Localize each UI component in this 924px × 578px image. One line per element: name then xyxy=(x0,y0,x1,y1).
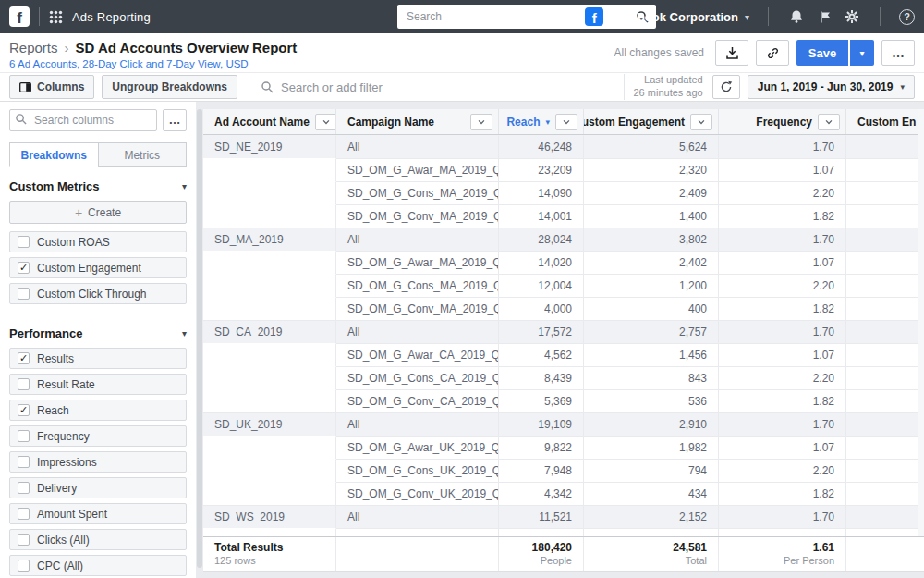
search-columns-input[interactable] xyxy=(9,109,157,131)
columns-button[interactable]: Columns xyxy=(9,75,94,99)
metric-item[interactable]: Result Rate xyxy=(9,374,187,395)
column-header-6[interactable]: Custom En xyxy=(846,109,924,134)
footer-extra-cell xyxy=(846,537,924,571)
cell-ad-account xyxy=(203,158,336,181)
checkbox[interactable] xyxy=(18,430,30,442)
metric-item-label: Impressions xyxy=(37,456,97,469)
ungroup-breakdowns-button[interactable]: Ungroup Breakdowns xyxy=(102,75,237,99)
metric-item[interactable]: ✓Reach xyxy=(9,400,187,421)
checkbox[interactable] xyxy=(18,236,30,248)
save-button[interactable]: Save xyxy=(796,40,848,66)
column-menu-button[interactable] xyxy=(470,114,492,130)
export-button[interactable] xyxy=(715,40,748,66)
cell-campaign: All xyxy=(336,320,499,343)
columns-icon xyxy=(19,82,31,92)
cell-campaign: All xyxy=(336,228,499,251)
cell-reach: 12,004 xyxy=(499,274,584,297)
column-header-4[interactable]: Custom Engagement xyxy=(584,109,719,134)
cell-campaign: SD_OM_G_Conv_MA_2019_Q2 xyxy=(336,297,499,320)
cell-extra xyxy=(846,436,924,459)
column-menu-button[interactable] xyxy=(555,114,578,130)
facebook-logo-icon[interactable]: f xyxy=(9,6,30,27)
metric-item[interactable]: Clicks (All) xyxy=(9,529,187,550)
gear-icon[interactable] xyxy=(843,7,861,26)
cell-extra xyxy=(846,228,924,251)
refresh-button[interactable] xyxy=(712,75,740,99)
sidebar-more-button[interactable]: … xyxy=(163,109,187,131)
last-updated: Last updated 26 minutes ago xyxy=(624,74,712,100)
table-row: SD_OM_G_Conv_CA_2019_Q25,3695361.82 xyxy=(203,389,924,412)
help-icon[interactable]: ? xyxy=(899,9,915,25)
cell-campaign: SD_OM_G_Cons_UK_2019_Q2 xyxy=(336,459,499,482)
table-footer-row: Total Results 125 rows 180,420 People 24… xyxy=(203,536,924,572)
cell-campaign: SD_OM_G_Conv_CA_2019_Q2 xyxy=(336,389,499,412)
checkbox[interactable] xyxy=(18,378,30,390)
checkbox[interactable]: ✓ xyxy=(18,352,30,364)
metric-item[interactable]: Delivery xyxy=(9,477,187,498)
metric-item[interactable]: Amount Spent xyxy=(9,503,187,524)
create-metric-button[interactable]: +Create xyxy=(9,201,187,224)
cell-extra xyxy=(846,297,924,320)
checkbox[interactable] xyxy=(18,508,30,520)
share-link-button[interactable] xyxy=(756,40,789,66)
cell-extra xyxy=(846,505,924,528)
section-header[interactable]: Performance▾ xyxy=(9,326,187,340)
cell-reach: 4,000 xyxy=(499,297,584,320)
table-row: SD_OM_G_Conv_UK_2019_Q24,3424341.82 xyxy=(203,482,924,505)
filter-input[interactable] xyxy=(281,80,623,94)
cell-frequency: 1.70 xyxy=(719,135,846,158)
account-menu[interactable]: f Facebook Corporation ▾ xyxy=(585,7,749,26)
metric-item[interactable]: Custom Click Through xyxy=(9,283,187,304)
checkbox[interactable] xyxy=(18,560,30,572)
cell-extra xyxy=(846,343,924,366)
header-actions: All changes saved Save ▾ … xyxy=(614,40,915,66)
metric-item[interactable]: Frequency xyxy=(9,425,187,447)
cell-engagement: 2,320 xyxy=(584,158,719,181)
cell-engagement: 2,409 xyxy=(584,181,719,204)
metric-item-label: Custom Click Through xyxy=(37,288,147,301)
metric-item-label: Reach xyxy=(37,404,69,417)
column-menu-button[interactable] xyxy=(690,114,712,130)
metric-item[interactable]: Custom ROAS xyxy=(9,231,187,252)
notifications-bell-icon[interactable] xyxy=(787,7,806,26)
section-title: Performance xyxy=(9,326,82,340)
checkbox[interactable] xyxy=(18,288,30,300)
cell-frequency: 1.07 xyxy=(719,158,846,181)
cell-ad-account: SD_NE_2019 xyxy=(203,135,336,158)
metric-item[interactable]: ✓Custom Engagement xyxy=(9,257,187,278)
cell-frequency: 1.82 xyxy=(719,204,846,228)
more-options-button[interactable]: … xyxy=(881,40,915,66)
checkbox[interactable] xyxy=(18,534,30,546)
plus-icon: + xyxy=(75,205,82,220)
column-header-5[interactable]: Frequency xyxy=(719,109,846,134)
breadcrumb-reports-link[interactable]: Reports xyxy=(9,40,58,55)
metric-item[interactable]: CPC (All) xyxy=(9,555,187,576)
table-scrollbar[interactable] xyxy=(918,109,924,536)
scrollbar-thumb[interactable] xyxy=(197,109,202,568)
column-header-3[interactable]: Reach▾ xyxy=(499,109,584,134)
column-menu-button[interactable] xyxy=(818,114,840,130)
metric-item[interactable]: ✓Results xyxy=(9,348,187,369)
app-grid-icon[interactable] xyxy=(49,10,63,24)
tab-metrics[interactable]: Metrics xyxy=(98,142,188,167)
date-range-button[interactable]: Jun 1, 2019 - Jun 30, 2019 ▾ xyxy=(748,75,915,99)
checkbox[interactable] xyxy=(18,456,30,468)
table-row: SD_OM_G_Conv_MA_2019_Q214,0011,4001.82 xyxy=(203,204,924,228)
checkbox[interactable] xyxy=(18,482,30,494)
column-header-2[interactable]: Campaign Name xyxy=(336,109,499,134)
cell-ad-account: SD_WS_2019 xyxy=(203,505,336,528)
divider xyxy=(768,7,769,26)
column-menu-button[interactable] xyxy=(315,114,336,130)
tab-breakdowns[interactable]: Breakdowns xyxy=(9,142,99,167)
section-header[interactable]: Custom Metrics▾ xyxy=(9,179,187,193)
checkbox[interactable]: ✓ xyxy=(18,262,30,274)
cell-engagement: 843 xyxy=(584,366,719,389)
report-table: Ad Account NameCampaign NameReach▾Custom… xyxy=(203,102,924,578)
checkbox[interactable]: ✓ xyxy=(18,404,30,416)
metric-item-label: Custom ROAS xyxy=(37,236,110,249)
save-options-button[interactable]: ▾ xyxy=(850,40,874,66)
flag-icon[interactable] xyxy=(815,7,833,26)
column-header-1[interactable]: Ad Account Name xyxy=(203,109,336,134)
metric-item[interactable]: Impressions xyxy=(9,451,187,473)
column-label: Frequency xyxy=(756,116,812,129)
